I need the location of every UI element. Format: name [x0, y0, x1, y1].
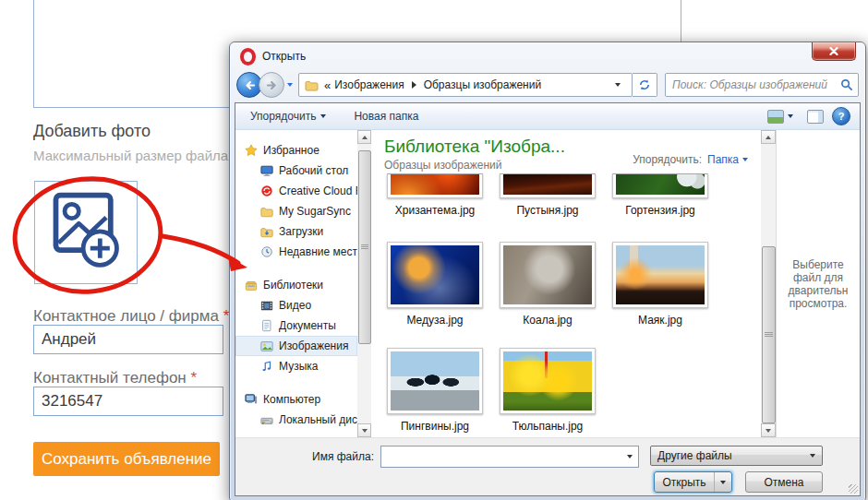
navigation-pane: Избранное Рабочий стол Creative Cloud Fi… — [235, 130, 357, 437]
sidebar-item-sugarsync[interactable]: My SugarSync — [235, 201, 357, 221]
sidebar-item-local-disk-c[interactable]: Локальный диск (C — [235, 410, 357, 430]
breadcrumb-item-sample-pictures[interactable]: Образцы изображений — [424, 78, 541, 91]
sidebar-scrollbar[interactable] — [357, 130, 371, 437]
open-file-dialog: Открыть « Изображения Образцы изображени… — [229, 42, 866, 500]
refresh-button[interactable] — [633, 73, 657, 97]
thumbnail-koala — [503, 245, 592, 304]
preview-pane-icon[interactable] — [807, 110, 824, 124]
sidebar-item-favorites[interactable]: Избранное — [235, 140, 357, 161]
filename-label: Имя файла: — [289, 450, 374, 463]
save-ad-button[interactable]: Сохранить объявление — [33, 442, 220, 476]
video-icon — [260, 300, 273, 312]
close-button[interactable] — [812, 42, 856, 61]
filetype-caret-icon — [810, 454, 815, 458]
pictures-icon — [260, 340, 273, 352]
file-list-area: Библиотека "Изобра... Образцы изображени… — [371, 130, 761, 437]
resize-grip[interactable] — [849, 484, 858, 494]
search-input[interactable] — [670, 77, 840, 92]
contact-phone-label: Контактный телефон * — [33, 369, 197, 387]
breadcrumb[interactable]: « Изображения Образцы изображений — [298, 73, 633, 97]
cancel-button[interactable]: Отмена — [745, 471, 823, 493]
sidebar-item-desktop[interactable]: Рабочий стол — [235, 161, 357, 181]
scroll-down-icon[interactable] — [357, 423, 371, 437]
recent-places-icon — [260, 245, 273, 258]
sidebar-item-downloads[interactable]: Загрузки — [235, 221, 357, 242]
add-image-icon — [48, 190, 124, 275]
arrange-by-dropdown[interactable]: Папка — [707, 153, 748, 166]
dialog-titlebar[interactable]: Открыть — [230, 42, 865, 70]
creative-cloud-icon — [260, 185, 273, 197]
file-grid: Хризантема.jpg Пустыня.jpg Гортензия.jpg… — [371, 173, 761, 437]
sidebar-item-libraries[interactable]: Библиотеки — [235, 275, 357, 295]
thumbnail-lighthouse — [616, 245, 705, 304]
library-subtitle: Образцы изображений — [384, 159, 565, 172]
new-folder-button[interactable]: Новая папка — [348, 107, 424, 125]
forward-button[interactable] — [259, 72, 284, 98]
search-icon[interactable] — [840, 78, 853, 91]
computer-icon — [245, 393, 258, 406]
file-item[interactable]: Гортензия.jpg — [604, 173, 717, 217]
sidebar-item-computer[interactable]: Компьютер — [235, 389, 357, 410]
scroll-up-icon[interactable] — [761, 130, 776, 144]
file-item[interactable]: Тюльпаны.jpg — [491, 348, 604, 433]
breadcrumb-item-pictures[interactable]: Изображения — [334, 78, 404, 91]
organize-menu[interactable]: Упорядочить — [245, 107, 332, 125]
music-icon — [260, 360, 273, 373]
photo-upload-button[interactable] — [34, 181, 138, 284]
folder-icon — [260, 206, 273, 218]
contact-name-field[interactable] — [33, 325, 223, 354]
views-button[interactable] — [762, 107, 799, 126]
breadcrumb-separator-icon — [412, 81, 416, 89]
filename-dropdown-icon[interactable] — [627, 455, 633, 458]
dialog-footer: Имя файла: Другие файлы Открыть Отмена — [235, 437, 860, 495]
history-dropdown-icon[interactable] — [287, 83, 293, 87]
file-item[interactable]: Пустыня.jpg — [491, 173, 604, 217]
sidebar-item-video[interactable]: Видео — [235, 295, 357, 315]
dialog-content: Избранное Рабочий стол Creative Cloud Fi… — [235, 130, 860, 437]
file-item[interactable]: Хризантема.jpg — [379, 173, 491, 217]
filetype-select[interactable]: Другие файлы — [650, 446, 823, 466]
open-button[interactable]: Открыть — [654, 471, 732, 493]
library-header: Библиотека "Изобра... Образцы изображени… — [371, 130, 761, 173]
documents-icon — [260, 319, 273, 332]
file-item[interactable]: Пингвины.jpg — [379, 348, 491, 433]
address-dropdown-icon[interactable] — [615, 83, 621, 87]
scroll-down-icon[interactable] — [761, 423, 776, 437]
file-item[interactable]: Маяк.jpg — [604, 242, 717, 327]
file-item[interactable]: Медуза.jpg — [379, 242, 491, 327]
desktop-icon — [260, 164, 273, 177]
downloads-folder-icon — [260, 226, 273, 238]
sidebar-item-creative-cloud[interactable]: Creative Cloud Files — [235, 181, 357, 201]
dialog-title: Открыть — [262, 50, 306, 63]
add-photo-heading: Добавить фото — [33, 122, 151, 141]
arrange-label: Упорядочить: — [633, 153, 702, 166]
screen: Добавить фото Максимальный размер файла:… — [0, 0, 868, 500]
thumbnail-desert — [503, 174, 592, 195]
contact-name-label: Контактное лицо / фирма * — [33, 307, 229, 326]
file-item[interactable]: Коала.jpg — [491, 242, 604, 327]
sidebar-scrollbar-thumb[interactable] — [358, 150, 371, 344]
sidebar-item-documents[interactable]: Документы — [235, 315, 357, 336]
required-asterisk: * — [190, 369, 197, 387]
libraries-icon — [245, 280, 258, 292]
sidebar-item-music[interactable]: Музыка — [235, 356, 357, 376]
thumbnail-hydrangea — [616, 174, 705, 195]
filename-input[interactable] — [381, 448, 627, 465]
max-file-size-note: Максимальный размер файла: 1 — [33, 148, 244, 163]
search-box — [665, 73, 859, 97]
sidebar-item-pictures[interactable]: Изображения — [235, 336, 357, 356]
thumbnail-chrysanthemum — [391, 174, 479, 195]
thumbnail-penguins — [391, 351, 479, 411]
sidebar-item-recent-places[interactable]: Недавние места — [235, 242, 357, 262]
refresh-icon — [638, 78, 651, 91]
file-scrollbar-thumb[interactable] — [762, 246, 776, 423]
views-caret-icon — [788, 114, 793, 118]
forward-arrow-icon — [266, 79, 278, 91]
contact-phone-field[interactable] — [33, 387, 223, 416]
open-split-caret[interactable] — [714, 472, 731, 492]
help-icon[interactable]: ? — [832, 107, 850, 125]
file-list-scrollbar[interactable] — [761, 130, 776, 437]
thumbnail-tulips — [503, 351, 592, 411]
breadcrumb-collapse[interactable]: « — [324, 78, 331, 92]
scroll-up-icon[interactable] — [357, 130, 371, 144]
